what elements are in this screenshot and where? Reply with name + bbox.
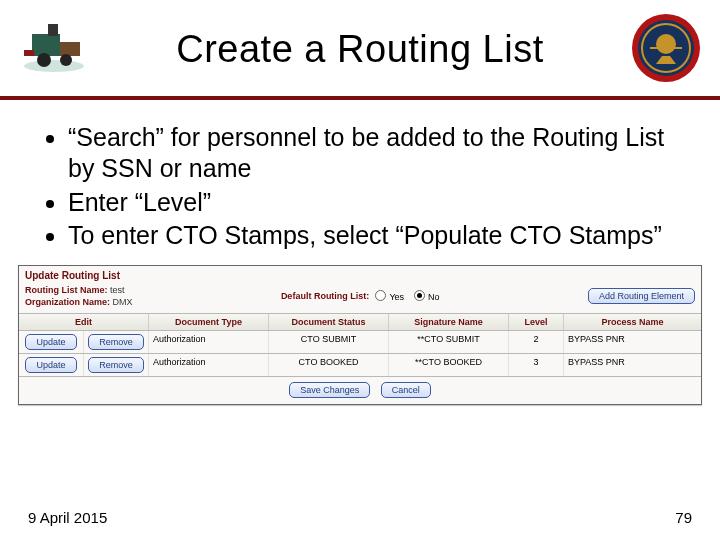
bullet-item: Enter “Level”: [68, 187, 692, 218]
radio-label: No: [428, 292, 440, 302]
table-row: Update Remove Authorization CTO BOOKED *…: [19, 354, 701, 377]
cell-sig-name: **CTO SUBMIT: [389, 331, 509, 353]
cell-doc-status: CTO SUBMIT: [269, 331, 389, 353]
radio-label: Yes: [389, 292, 404, 302]
table-row: Update Remove Authorization CTO SUBMIT *…: [19, 331, 701, 354]
default-routing-label: Default Routing List:: [281, 291, 370, 301]
remove-button[interactable]: Remove: [88, 357, 144, 373]
cell-process: BYPASS PNR: [564, 331, 701, 353]
cell-doc-type: Authorization: [149, 331, 269, 353]
slide-footer: 9 April 2015 79: [0, 509, 720, 526]
cell-level: 3: [509, 354, 564, 376]
organization-name-field: Organization Name: DMX: [25, 297, 133, 307]
routing-list-name-field: Routing List Name: test: [25, 285, 133, 295]
routing-list-panel: Update Routing List Routing List Name: t…: [18, 265, 702, 405]
col-doc-status: Document Status: [269, 314, 389, 330]
grid-header-row: Edit Document Type Document Status Signa…: [19, 314, 701, 331]
col-sig-name: Signature Name: [389, 314, 509, 330]
cell-doc-status: CTO BOOKED: [269, 354, 389, 376]
col-process: Process Name: [564, 314, 701, 330]
grid-footer: Save Changes Cancel: [19, 377, 701, 404]
update-button[interactable]: Update: [25, 334, 76, 350]
default-routing-field: Default Routing List: Yes No: [281, 290, 440, 302]
footer-date: 9 April 2015: [28, 509, 107, 526]
add-routing-element-button[interactable]: Add Routing Element: [588, 288, 695, 304]
col-doc-type: Document Type: [149, 314, 269, 330]
cell-doc-type: Authorization: [149, 354, 269, 376]
routing-list-name-label: Routing List Name:: [25, 285, 108, 295]
routing-list-name-value: test: [110, 285, 125, 295]
panel-title: Update Routing List: [19, 266, 701, 283]
page-title: Create a Routing List: [0, 28, 720, 71]
default-routing-yes-radio[interactable]: Yes: [375, 290, 404, 302]
bullet-item: To enter CTO Stamps, select “Populate CT…: [68, 220, 692, 251]
save-changes-button[interactable]: Save Changes: [289, 382, 370, 398]
update-button[interactable]: Update: [25, 357, 76, 373]
svg-point-10: [656, 34, 676, 54]
routing-grid: Edit Document Type Document Status Signa…: [19, 313, 701, 377]
bullet-item: “Search” for personnel to be added to th…: [68, 122, 692, 185]
col-edit: Edit: [19, 314, 149, 330]
organization-name-label: Organization Name:: [25, 297, 110, 307]
cell-level: 2: [509, 331, 564, 353]
default-routing-no-radio[interactable]: No: [414, 290, 440, 302]
slide-header: Create a Routing List: [0, 0, 720, 100]
usmc-seal-icon: [630, 12, 702, 84]
col-level: Level: [509, 314, 564, 330]
remove-button[interactable]: Remove: [88, 334, 144, 350]
organization-name-value: DMX: [113, 297, 133, 307]
page-number: 79: [675, 509, 692, 526]
bullet-list: “Search” for personnel to be added to th…: [48, 122, 692, 251]
cancel-button[interactable]: Cancel: [381, 382, 431, 398]
cell-sig-name: **CTO BOOKED: [389, 354, 509, 376]
panel-topbar: Routing List Name: test Organization Nam…: [19, 283, 701, 313]
cell-process: BYPASS PNR: [564, 354, 701, 376]
